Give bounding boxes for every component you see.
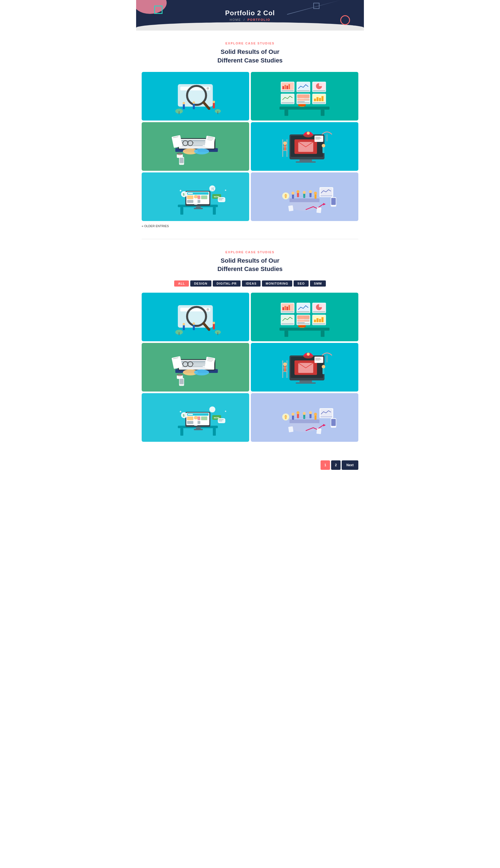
svg-point-285 — [309, 411, 312, 414]
svg-rect-198 — [314, 320, 316, 322]
svg-rect-40 — [297, 94, 309, 98]
svg-point-281 — [297, 411, 300, 414]
page-btn-2[interactable]: 2 — [331, 460, 341, 470]
svg-rect-27 — [288, 84, 290, 89]
svg-rect-297 — [288, 426, 294, 432]
svg-rect-121 — [219, 198, 224, 199]
breadcrumb: HOME / PORTFOLIO — [230, 18, 270, 21]
svg-rect-231 — [296, 382, 316, 384]
section-no-filter: EXPLORE CASE STUDIES Solid Results of Ou… — [136, 31, 364, 239]
breadcrumb-sep: / — [243, 18, 245, 21]
svg-rect-189 — [282, 315, 294, 323]
filter-tab-seo[interactable]: SEO — [294, 280, 309, 287]
illus-office-2 — [251, 393, 358, 442]
svg-rect-16 — [280, 107, 329, 110]
svg-point-211 — [194, 369, 209, 375]
portfolio-item-office[interactable] — [251, 172, 358, 221]
svg-rect-93 — [315, 138, 322, 139]
page-btn-next[interactable]: Next — [342, 460, 358, 470]
svg-text:$: $ — [183, 414, 184, 417]
svg-point-134 — [309, 190, 312, 193]
svg-rect-129 — [297, 193, 299, 197]
svg-point-4 — [189, 88, 204, 103]
svg-point-287 — [314, 413, 317, 416]
svg-rect-41 — [297, 99, 309, 101]
svg-rect-110 — [196, 206, 201, 208]
page-btn-1[interactable]: 1 — [320, 460, 330, 470]
portfolio-item-screen[interactable] — [251, 122, 358, 171]
svg-rect-107 — [201, 196, 207, 199]
svg-rect-177 — [284, 306, 286, 310]
svg-rect-173 — [298, 325, 306, 327]
illus-laptop-2 — [142, 343, 249, 392]
svg-rect-272 — [219, 419, 224, 420]
svg-rect-264 — [194, 419, 198, 426]
svg-point-156 — [189, 309, 204, 324]
illus-shop-2: NOW $ ★ ★ — [142, 393, 249, 442]
svg-rect-108 — [187, 200, 194, 203]
section2-subtitle: EXPLORE CASE STUDIES — [142, 251, 358, 254]
portfolio-item-office-2[interactable] — [251, 393, 358, 442]
svg-rect-246 — [315, 360, 320, 360]
portfolio-item-shop[interactable]: NOW $ 🛒 ★ ★ — [142, 172, 249, 221]
older-entries[interactable]: « OLDER ENTRIES — [142, 224, 358, 228]
svg-rect-187 — [313, 311, 325, 312]
filter-tab-monitoring[interactable]: MONITORING — [262, 280, 292, 287]
svg-point-283 — [303, 412, 306, 415]
pagination: 1 2 Next — [136, 456, 364, 478]
portfolio-item-laptop[interactable] — [142, 122, 249, 171]
filter-tab-smm[interactable]: SMM — [310, 280, 326, 287]
header: Portfolio 2 Col HOME / PORTFOLIO — [136, 0, 364, 31]
svg-rect-251 — [180, 428, 183, 436]
svg-rect-168 — [280, 328, 329, 331]
svg-rect-17 — [284, 110, 288, 116]
svg-rect-48 — [319, 98, 321, 101]
svg-rect-21 — [298, 104, 306, 106]
svg-text:$: $ — [183, 193, 184, 196]
svg-point-265 — [194, 416, 198, 419]
filter-tab-digital-pr[interactable]: DIGITAL-PR — [213, 280, 240, 287]
section-with-filter: EXPLORE CASE STUDIES Solid Results of Ou… — [136, 239, 364, 456]
svg-rect-25 — [284, 85, 286, 89]
svg-rect-135 — [315, 194, 316, 199]
svg-point-163 — [193, 322, 195, 325]
portfolio-item-search[interactable] — [142, 72, 249, 120]
svg-point-161 — [213, 322, 215, 324]
svg-rect-263 — [194, 429, 203, 430]
illus-analytics-2 — [251, 293, 358, 341]
svg-rect-280 — [297, 414, 299, 418]
svg-rect-141 — [285, 197, 287, 197]
portfolio-item-laptop-2[interactable] — [142, 343, 249, 392]
svg-rect-193 — [297, 320, 309, 322]
svg-rect-245 — [315, 359, 322, 360]
portfolio-item-search-2[interactable] — [142, 293, 249, 341]
svg-rect-180 — [282, 311, 294, 312]
svg-point-132 — [303, 191, 306, 194]
deco-square-tl — [154, 5, 162, 14]
svg-point-242 — [322, 365, 326, 369]
breadcrumb-home[interactable]: HOME — [230, 18, 241, 21]
svg-rect-244 — [315, 358, 320, 358]
svg-rect-79 — [296, 162, 316, 163]
svg-rect-230 — [299, 380, 312, 382]
svg-point-97 — [307, 131, 310, 135]
svg-rect-200 — [319, 319, 321, 322]
svg-rect-243 — [315, 357, 323, 363]
svg-point-270 — [209, 406, 216, 413]
header-wave — [136, 22, 364, 31]
svg-rect-75 — [180, 158, 184, 163]
svg-rect-42 — [297, 101, 305, 103]
portfolio-item-analytics-2[interactable] — [251, 293, 358, 341]
svg-point-154 — [207, 308, 209, 311]
filter-tab-ideas[interactable]: IDEAS — [242, 280, 261, 287]
illus-search — [142, 72, 249, 120]
svg-rect-170 — [321, 331, 325, 337]
portfolio-item-analytics[interactable] — [251, 72, 358, 120]
svg-point-130 — [297, 190, 300, 193]
svg-rect-24 — [283, 86, 284, 90]
filter-tab-design[interactable]: DESIGN — [190, 280, 212, 287]
svg-point-9 — [213, 101, 215, 103]
portfolio-item-screen-2[interactable] — [251, 343, 358, 392]
filter-tab-all[interactable]: ALL — [174, 280, 189, 287]
portfolio-item-shop-2[interactable]: NOW $ ★ ★ — [142, 393, 249, 442]
